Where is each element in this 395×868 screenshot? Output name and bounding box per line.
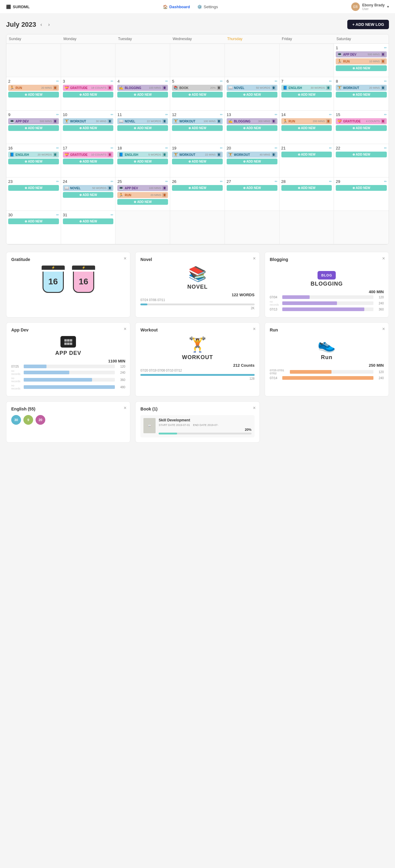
prev-month-button[interactable]: ‹ bbox=[38, 21, 44, 28]
pill-delete-button[interactable]: 🗑 bbox=[162, 86, 166, 90]
add-new-button[interactable]: ⊕ ADD NEW bbox=[63, 218, 114, 224]
log-pill-run[interactable]: 🏃Run10 MINS🗑 bbox=[336, 58, 387, 64]
pill-delete-button[interactable]: 🗑 bbox=[53, 86, 57, 90]
blogging-close-button[interactable]: × bbox=[382, 256, 385, 261]
add-new-button[interactable]: ⊕ ADD NEW bbox=[172, 125, 223, 131]
pill-delete-button[interactable]: 🗑 bbox=[381, 119, 385, 123]
log-pill-workout[interactable]: 🏋WORKOUT100 MINS🗑 bbox=[172, 118, 223, 124]
log-pill-english[interactable]: 📘English5 WORDS🗑 bbox=[117, 152, 168, 158]
log-pill-workout[interactable]: 🏋WORKOUT40 MINS🗑 bbox=[227, 152, 277, 158]
add-new-button[interactable]: ⊕ ADD NEW bbox=[336, 125, 387, 131]
log-pill-novel[interactable]: 📖Novel50 WORDS🗑 bbox=[63, 185, 114, 191]
log-pill-workout[interactable]: 🏋WORKOUT30 MINS🗑 bbox=[63, 118, 114, 124]
run-close-button[interactable]: × bbox=[382, 326, 385, 332]
add-new-button[interactable]: ⊕ ADD NEW bbox=[172, 185, 223, 191]
nav-settings[interactable]: ⚙️ Settings bbox=[197, 5, 218, 9]
english-close-button[interactable]: × bbox=[124, 405, 126, 411]
log-pill-gratitude[interactable]: 💝GRATITUDE4 COUNTS🗑 bbox=[336, 118, 387, 124]
pill-delete-button[interactable]: 🗑 bbox=[108, 153, 112, 157]
edit-icon[interactable]: ✏ bbox=[111, 213, 113, 217]
log-pill-gratitude[interactable]: 💝GRATITUDE10 COUNTS🗑 bbox=[63, 152, 114, 158]
log-pill-workout[interactable]: 🏋WORKOUT22 MINS🗑 bbox=[172, 152, 223, 158]
add-new-button[interactable]: ⊕ ADD NEW bbox=[117, 125, 168, 131]
log-pill-novel[interactable]: 📖Novel50 WORDS🗑 bbox=[227, 85, 277, 91]
add-new-button[interactable]: ⊕ ADD NEW bbox=[8, 125, 59, 131]
add-new-button[interactable]: ⊕ ADD NEW bbox=[227, 185, 277, 191]
gratitude-close-button[interactable]: × bbox=[124, 256, 126, 261]
log-pill-english[interactable]: 📘English20 WORDS🗑 bbox=[8, 152, 59, 158]
edit-icon[interactable]: ✏ bbox=[384, 46, 387, 50]
add-new-button[interactable]: ⊕ ADD NEW bbox=[336, 152, 387, 157]
edit-icon[interactable]: ✏ bbox=[220, 146, 223, 150]
pill-delete-button[interactable]: 🗑 bbox=[162, 119, 166, 123]
edit-icon[interactable]: ✏ bbox=[384, 113, 387, 117]
pill-delete-button[interactable]: 🗑 bbox=[217, 153, 221, 157]
add-new-log-button[interactable]: + ADD NEW LOG bbox=[347, 20, 389, 29]
pill-delete-button[interactable]: 🗑 bbox=[162, 153, 166, 157]
edit-icon[interactable]: ✏ bbox=[275, 113, 277, 117]
novel-close-button[interactable]: × bbox=[253, 256, 255, 261]
pill-delete-button[interactable]: 🗑 bbox=[108, 186, 112, 190]
add-new-button[interactable]: ⊕ ADD NEW bbox=[227, 92, 277, 97]
add-new-button[interactable]: ⊕ ADD NEW bbox=[8, 218, 59, 224]
edit-icon[interactable]: ✏ bbox=[220, 113, 223, 117]
edit-icon[interactable]: ✏ bbox=[56, 146, 59, 150]
pill-delete-button[interactable]: 🗑 bbox=[162, 193, 166, 197]
add-new-button[interactable]: ⊕ ADD NEW bbox=[117, 92, 168, 97]
edit-icon[interactable]: ✏ bbox=[329, 146, 332, 150]
edit-icon[interactable]: ✏ bbox=[111, 79, 113, 83]
edit-icon[interactable]: ✏ bbox=[275, 180, 277, 184]
edit-icon[interactable]: ✏ bbox=[111, 113, 113, 117]
edit-icon[interactable]: ✏ bbox=[275, 79, 277, 83]
pill-delete-button[interactable]: 🗑 bbox=[217, 86, 221, 90]
add-new-button[interactable]: ⊕ ADD NEW bbox=[172, 92, 223, 97]
add-new-button[interactable]: ⊕ ADD NEW bbox=[63, 92, 114, 97]
workout-close-button[interactable]: × bbox=[253, 326, 255, 332]
edit-icon[interactable]: ✏ bbox=[220, 79, 223, 83]
edit-icon[interactable]: ✏ bbox=[56, 79, 59, 83]
edit-icon[interactable]: ✏ bbox=[384, 79, 387, 83]
pill-delete-button[interactable]: 🗑 bbox=[108, 86, 112, 90]
edit-icon[interactable]: ✏ bbox=[165, 79, 168, 83]
add-new-button[interactable]: ⊕ ADD NEW bbox=[227, 125, 277, 131]
pill-delete-button[interactable]: 🗑 bbox=[272, 153, 276, 157]
add-new-button[interactable]: ⊕ ADD NEW bbox=[336, 65, 387, 71]
edit-icon[interactable]: ✏ bbox=[165, 146, 168, 150]
pill-delete-button[interactable]: 🗑 bbox=[381, 59, 385, 63]
pill-delete-button[interactable]: 🗑 bbox=[272, 119, 276, 123]
add-new-button[interactable]: ⊕ ADD NEW bbox=[281, 125, 332, 131]
add-new-button[interactable]: ⊕ ADD NEW bbox=[336, 185, 387, 191]
log-pill-workout[interactable]: 🏋WORKOUT20 MINS🗑 bbox=[336, 85, 387, 91]
edit-icon[interactable]: ✏ bbox=[165, 180, 168, 184]
edit-icon[interactable]: ✏ bbox=[165, 113, 168, 117]
log-pill-english[interactable]: 📘English30 WORDS🗑 bbox=[281, 85, 332, 91]
edit-icon[interactable]: ✏ bbox=[111, 180, 113, 184]
add-new-button[interactable]: ⊕ ADD NEW bbox=[172, 159, 223, 164]
pill-delete-button[interactable]: 🗑 bbox=[381, 86, 385, 90]
edit-icon[interactable]: ✏ bbox=[111, 146, 113, 150]
log-pill-book[interactable]: 📚Book20%🗑 bbox=[172, 85, 223, 91]
add-new-button[interactable]: ⊕ ADD NEW bbox=[117, 199, 168, 205]
add-new-button[interactable]: ⊕ ADD NEW bbox=[281, 92, 332, 97]
next-month-button[interactable]: › bbox=[46, 21, 51, 28]
add-new-button[interactable]: ⊕ ADD NEW bbox=[8, 92, 59, 97]
user-menu[interactable]: EB Ebony Brady User ▾ bbox=[351, 2, 389, 11]
add-new-button[interactable]: ⊕ ADD NEW bbox=[281, 185, 332, 191]
edit-icon[interactable]: ✏ bbox=[329, 180, 332, 184]
book-close-button[interactable]: × bbox=[253, 405, 255, 411]
edit-icon[interactable]: ✏ bbox=[329, 79, 332, 83]
log-pill-novel[interactable]: 📖Novel22 WORDS🗑 bbox=[117, 118, 168, 124]
edit-icon[interactable]: ✏ bbox=[220, 180, 223, 184]
pill-delete-button[interactable]: 🗑 bbox=[108, 119, 112, 123]
pill-delete-button[interactable]: 🗑 bbox=[217, 119, 221, 123]
pill-delete-button[interactable]: 🗑 bbox=[162, 186, 166, 190]
pill-delete-button[interactable]: 🗑 bbox=[326, 119, 330, 123]
edit-icon[interactable]: ✏ bbox=[56, 113, 59, 117]
edit-icon[interactable]: ✏ bbox=[56, 180, 59, 184]
log-pill-blogging[interactable]: ✍️Blogging100 MINS🗑 bbox=[117, 85, 168, 91]
nav-dashboard[interactable]: 🏠 Dashboard bbox=[163, 5, 190, 9]
edit-icon[interactable]: ✏ bbox=[384, 180, 387, 184]
log-pill-run[interactable]: 🏃Run20 MINS🗑 bbox=[8, 85, 59, 91]
log-pill-run[interactable]: 🏃Run200 MINS🗑 bbox=[281, 118, 332, 124]
log-pill-blogging[interactable]: ✍️Blogging300 MINS🗑 bbox=[227, 118, 277, 124]
